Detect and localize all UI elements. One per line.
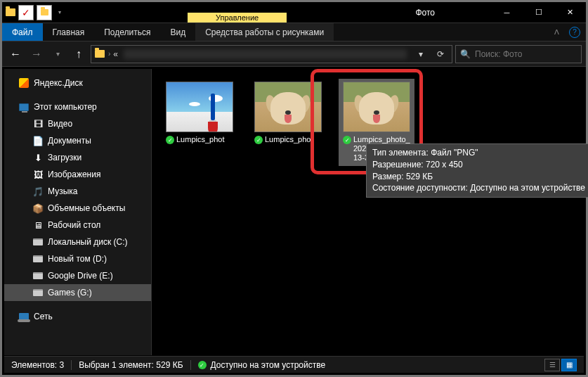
sidebar-label: Этот компьютер	[34, 102, 97, 112]
address-path-redacted	[124, 49, 407, 59]
music-icon: 🎵	[32, 186, 44, 197]
sidebar-label: Рабочий стол	[48, 220, 100, 230]
sync-icon: ✓	[254, 136, 263, 144]
disk-icon	[32, 236, 44, 248]
sidebar-item[interactable]: ⬇Загрузки	[4, 149, 151, 166]
ribbon-collapse-icon[interactable]: ᐱ	[554, 28, 559, 36]
file-list[interactable]: ✓Lumpics_phot✓Lumpics_phot✓Lumpics_photo…	[152, 69, 584, 355]
tab-home[interactable]: Главная	[43, 23, 95, 41]
sidebar-label: Новый том (D:)	[48, 254, 107, 264]
sync-icon: ✓	[343, 136, 351, 144]
tab-view[interactable]: Вид	[160, 23, 195, 41]
sidebar-item[interactable]: 🖥Рабочий стол	[4, 217, 151, 234]
file-name: Lumpics_phot	[176, 135, 225, 144]
view-details-button[interactable]: ☰	[544, 359, 560, 371]
tooltip-resolution: Разрешение: 720 x 450	[372, 159, 585, 171]
sidebar-item[interactable]: 🎞Видео	[4, 115, 151, 132]
sidebar-label: Google Drive (E:)	[48, 271, 113, 281]
thumbnail-image	[343, 82, 410, 132]
sidebar-label: Объемные объекты	[48, 203, 125, 213]
maximize-button[interactable]: ☐	[523, 2, 554, 23]
sidebar-item[interactable]: 📦Объемные объекты	[4, 200, 151, 217]
thumbnail-image	[254, 82, 322, 132]
yandex-disk-icon	[18, 77, 30, 89]
sync-icon: ✓	[166, 136, 174, 144]
sidebar-label: Сеть	[34, 312, 53, 321]
refresh-button[interactable]: ⟳	[432, 46, 449, 63]
sync-icon: ✓	[198, 361, 207, 369]
sidebar-item[interactable]: Локальный диск (C:)	[4, 234, 151, 250]
sidebar-item[interactable]: Google Drive (E:)	[4, 267, 151, 284]
folder-icon	[94, 49, 105, 60]
network-icon	[18, 311, 30, 322]
view-thumbnails-button[interactable]: ▦	[561, 359, 577, 371]
file-thumbnail[interactable]: ✓Lumpics_phot	[162, 79, 237, 147]
thumbnail-image	[166, 82, 233, 132]
video-icon: 🎞	[32, 118, 44, 129]
sidebar-label: Яндекс.Диск	[34, 78, 83, 88]
sidebar-item[interactable]: 🖼Изображения	[4, 166, 151, 183]
tab-share[interactable]: Поделиться	[94, 23, 160, 41]
window: { "titlebar": { "context_tab": "Управлен…	[0, 0, 588, 377]
navigation-bar: ← → ▾ ↑ › « ▾ ⟳ 🔍	[2, 41, 586, 67]
sidebar-item-network[interactable]: Сеть	[4, 308, 151, 325]
sidebar-item[interactable]: Games (G:)	[4, 284, 151, 301]
download-icon: ⬇	[32, 152, 44, 163]
help-icon[interactable]: ?	[569, 27, 580, 38]
titlebar: ✓ ▾ Управление Фото ─ ☐ ✕	[2, 2, 586, 23]
sidebar-item-yandex-disk[interactable]: Яндекс.Диск	[4, 75, 151, 91]
sidebar-item[interactable]: 📄Документы	[4, 132, 151, 149]
search-box[interactable]: 🔍	[455, 45, 582, 63]
file-name: Lumpics_phot	[265, 135, 313, 144]
tooltip-type: Тип элемента: Файл "PNG"	[372, 147, 585, 159]
file-thumbnail[interactable]: ✓Lumpics_phot	[250, 79, 326, 147]
image-icon: 🖼	[32, 169, 44, 180]
sidebar-label: Games (G:)	[48, 288, 92, 298]
sidebar-label: Видео	[48, 119, 72, 129]
tooltip-availability: Состояние доступности: Доступно на этом …	[372, 182, 585, 194]
sidebar-label: Локальный диск (C:)	[48, 237, 128, 247]
status-bar: Элементов: 3 Выбран 1 элемент: 529 КБ ✓ …	[4, 356, 584, 373]
status-selection: Выбран 1 элемент: 529 КБ	[79, 360, 183, 370]
sidebar-label: Загрузки	[48, 153, 81, 162]
search-icon: 🔍	[460, 49, 471, 59]
search-input[interactable]	[475, 49, 580, 59]
sidebar-label: Изображения	[48, 170, 100, 179]
sidebar-item-this-pc[interactable]: Этот компьютер	[4, 98, 151, 115]
qat-new-folder[interactable]	[37, 5, 52, 20]
address-bar[interactable]: › « ▾ ⟳	[91, 45, 452, 63]
tab-picture-tools[interactable]: Средства работы с рисунками	[195, 23, 334, 41]
recent-dropdown[interactable]: ▾	[48, 45, 67, 63]
disk-icon	[32, 287, 44, 298]
doc-icon: 📄	[32, 135, 44, 146]
chevron-right-icon: ›	[108, 50, 110, 58]
file-menu[interactable]: Файл	[2, 23, 43, 41]
content-area: Яндекс.Диск Этот компьютер 🎞Видео📄Докуме…	[4, 69, 584, 355]
minimize-button[interactable]: ─	[491, 2, 523, 23]
status-availability: Доступно на этом устройстве	[211, 360, 326, 370]
sidebar-item[interactable]: 🎵Музыка	[4, 183, 151, 200]
forward-button[interactable]: →	[27, 45, 46, 63]
file-tooltip: Тип элемента: Файл "PNG" Разрешение: 720…	[366, 143, 588, 198]
navigation-pane[interactable]: Яндекс.Диск Этот компьютер 🎞Видео📄Докуме…	[4, 69, 152, 355]
sidebar-item[interactable]: Новый том (D:)	[4, 250, 151, 267]
context-tab-header: Управление	[188, 13, 287, 23]
window-title: Фото	[401, 8, 491, 18]
qat-properties[interactable]: ✓	[18, 5, 34, 20]
address-dropdown[interactable]: ▾	[412, 46, 429, 63]
ribbon-tabs: Файл Главная Поделиться Вид Средства раб…	[2, 23, 586, 41]
computer-icon	[18, 101, 30, 113]
folder-icon	[5, 7, 16, 18]
back-button[interactable]: ←	[6, 45, 25, 63]
disk-icon	[32, 270, 44, 281]
3d-icon: 📦	[32, 203, 44, 214]
sidebar-label: Музыка	[48, 186, 77, 196]
sidebar-label: Документы	[48, 136, 91, 146]
disk-icon	[32, 253, 44, 264]
tooltip-size: Размер: 529 КБ	[372, 171, 585, 183]
qat-dropdown[interactable]: ▾	[58, 9, 61, 15]
close-button[interactable]: ✕	[554, 2, 586, 23]
status-item-count: Элементов: 3	[11, 360, 64, 370]
up-button[interactable]: ↑	[70, 45, 88, 63]
desktop-icon: 🖥	[32, 219, 44, 231]
